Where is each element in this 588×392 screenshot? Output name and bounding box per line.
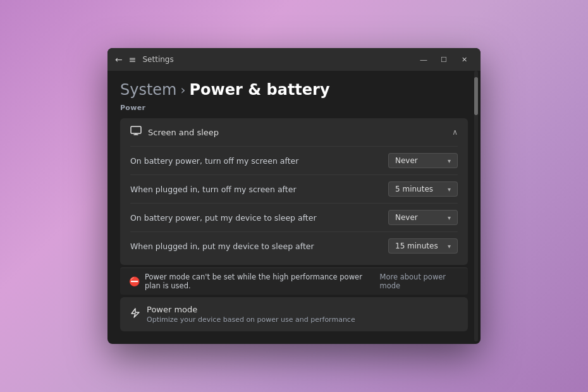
monitor-icon — [130, 126, 142, 138]
power-mode-icon — [129, 307, 140, 321]
breadcrumb-separator: › — [181, 82, 186, 97]
table-row: When plugged in, turn off my screen afte… — [130, 175, 458, 203]
battery-sleep-dropdown[interactable]: Never ▾ — [388, 210, 458, 225]
section-header-left: Screen and sleep — [130, 126, 219, 138]
title-bar-left: ← ≡ Settings — [115, 54, 174, 64]
breadcrumb-system[interactable]: System — [120, 81, 177, 99]
table-row: On battery power, put my device to sleep… — [130, 203, 458, 231]
power-mode-subtitle: Optimize your device based on power use … — [147, 315, 355, 324]
more-about-power-mode-link[interactable]: More about power mode — [380, 273, 459, 290]
window-controls: — ☐ ✕ — [415, 53, 473, 66]
hamburger-menu-button[interactable]: ≡ — [129, 54, 137, 64]
minimize-button[interactable]: — — [415, 53, 432, 66]
plugged-sleep-dropdown[interactable]: 15 minutes ▾ — [388, 238, 458, 254]
back-button[interactable]: ← — [115, 54, 123, 64]
scrollbar-thumb[interactable] — [474, 77, 478, 115]
plugged-screen-value: 5 minutes — [395, 185, 433, 193]
warning-icon: ⛔ — [129, 276, 140, 286]
screen-sleep-section: Screen and sleep ∧ On battery power, tur… — [120, 118, 468, 265]
row-label-3: On battery power, put my device to sleep… — [130, 213, 317, 223]
battery-screen-dropdown[interactable]: Never ▾ — [388, 153, 458, 168]
content-area: System › Power & battery Power Screen an… — [107, 71, 481, 344]
svg-rect-0 — [131, 126, 141, 133]
settings-window: ← ≡ Settings — ☐ ✕ System › Power & batt… — [107, 48, 481, 344]
power-mode-row[interactable]: Power mode Optimize your device based on… — [120, 297, 468, 331]
power-mode-text: Power mode Optimize your device based on… — [147, 305, 355, 324]
close-button[interactable]: ✕ — [455, 53, 473, 66]
plugged-screen-dropdown[interactable]: 5 minutes ▾ — [388, 181, 458, 197]
breadcrumb-current: Power & battery — [190, 81, 330, 99]
maximize-button[interactable]: ☐ — [435, 53, 453, 66]
breadcrumb: System › Power & battery — [120, 81, 468, 99]
dropdown-arrow-icon: ▾ — [448, 186, 451, 193]
screen-sleep-rows: On battery power, turn off my screen aft… — [120, 146, 468, 265]
dropdown-arrow-icon: ▾ — [448, 214, 451, 221]
row-label-4: When plugged in, put my device to sleep … — [130, 242, 314, 251]
warning-left: ⛔ Power mode can't be set while the high… — [129, 273, 380, 290]
screen-sleep-label: Screen and sleep — [148, 128, 219, 137]
chevron-up-icon: ∧ — [452, 128, 458, 137]
title-bar: ← ≡ Settings — ☐ ✕ — [107, 48, 481, 71]
table-row: When plugged in, put my device to sleep … — [130, 231, 458, 260]
scrollbar-track[interactable] — [474, 71, 478, 341]
warning-bar: ⛔ Power mode can't be set while the high… — [120, 267, 468, 295]
screen-sleep-header[interactable]: Screen and sleep ∧ — [120, 118, 468, 146]
warning-message: Power mode can't be set while the high p… — [145, 273, 380, 290]
table-row: On battery power, turn off my screen aft… — [130, 146, 458, 175]
section-label: Power — [120, 104, 468, 112]
row-label-1: On battery power, turn off my screen aft… — [130, 156, 298, 166]
battery-screen-value: Never — [395, 156, 418, 165]
battery-sleep-value: Never — [395, 213, 418, 222]
plugged-sleep-value: 15 minutes — [395, 242, 438, 250]
power-mode-title: Power mode — [147, 305, 355, 314]
dropdown-arrow-icon: ▾ — [448, 243, 451, 250]
dropdown-arrow-icon: ▾ — [448, 157, 451, 164]
window-title: Settings — [142, 55, 173, 64]
row-label-2: When plugged in, turn off my screen afte… — [130, 185, 297, 194]
